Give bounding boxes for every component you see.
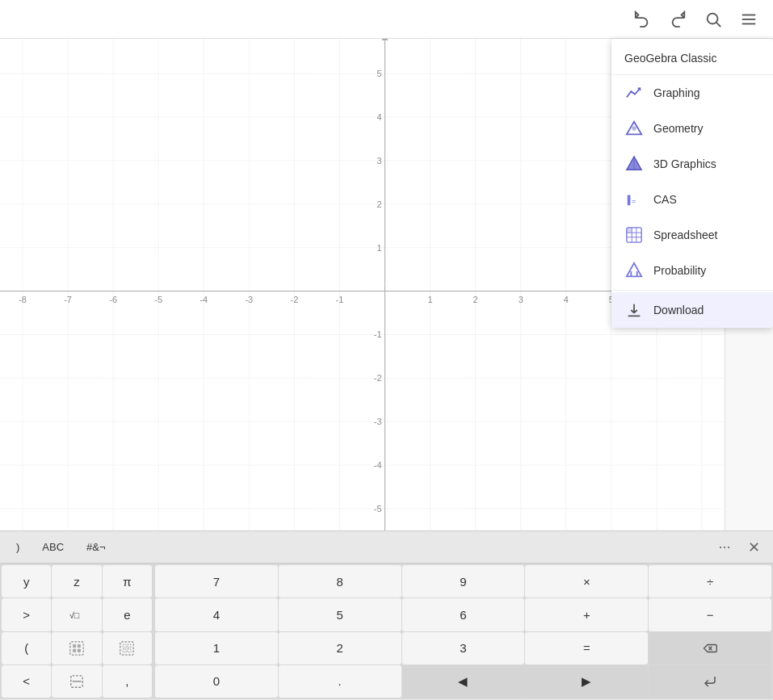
key-3[interactable]: 3 [402, 632, 525, 664]
key-equals[interactable]: = [525, 632, 648, 664]
keyboard-tabs: ) ABC #&¬ ··· ✕ [0, 531, 773, 564]
svg-rect-23 [70, 641, 83, 654]
menu-item-spreadsheet[interactable]: Spreadsheet [611, 217, 773, 253]
key-dot[interactable]: . [279, 665, 401, 698]
svg-text:√□: √□ [69, 610, 80, 620]
geometry-icon [624, 119, 644, 138]
key-e[interactable]: e [103, 598, 152, 631]
keyboard-left-panel: y z π > √□ e ( [0, 564, 153, 699]
keyboard-keys: y z π > √□ e ( [0, 564, 773, 699]
spreadsheet-icon [624, 225, 644, 245]
svg-text:=: = [632, 198, 636, 205]
menu-item-graphing[interactable]: Graphing [611, 75, 773, 111]
key-gt[interactable]: > [2, 598, 51, 631]
key-sqrt[interactable]: √□ [52, 598, 101, 631]
dropdown-menu: GeoGebra Classic Graphing Geometry [611, 39, 773, 328]
key-right-arrow[interactable]: ▶ [525, 665, 648, 698]
svg-rect-24 [73, 644, 76, 648]
menu-button[interactable] [734, 5, 763, 34]
svg-rect-18 [627, 228, 632, 233]
svg-rect-32 [128, 648, 131, 652]
3d-graphics-icon [624, 154, 644, 174]
redo-button[interactable] [663, 5, 692, 34]
svg-rect-26 [73, 648, 76, 652]
keyboard-area: ) ABC #&¬ ··· ✕ y z π > √□ e ( [0, 530, 773, 700]
menu-item-probability[interactable]: Probability [611, 253, 773, 288]
svg-point-0 [708, 13, 718, 23]
key-lt[interactable]: < [2, 665, 51, 698]
key-8[interactable]: 8 [279, 565, 401, 597]
svg-line-1 [716, 23, 720, 27]
menu-item-3d-graphics[interactable]: 3D Graphics [611, 146, 773, 182]
cas-icon: = [624, 190, 644, 209]
key-comma[interactable]: , [103, 665, 152, 698]
key-paren-open[interactable]: ( [2, 632, 51, 664]
toolbar [0, 0, 773, 39]
keyboard-close-button[interactable]: ✕ [741, 534, 767, 560]
undo-button[interactable] [628, 5, 657, 34]
key-left-arrow[interactable]: ◀ [402, 665, 525, 698]
key-z[interactable]: z [52, 565, 101, 597]
svg-rect-30 [128, 644, 131, 648]
key-matrix1[interactable] [52, 632, 101, 664]
key-y[interactable]: y [2, 565, 51, 597]
keyboard-more-button[interactable]: ··· [712, 534, 737, 560]
key-plus[interactable]: + [525, 598, 648, 631]
tab-paren-close[interactable]: ) [6, 536, 29, 558]
key-pi[interactable]: π [103, 565, 152, 597]
keyboard-right-panel: 7 8 9 × ÷ 4 5 6 + − 1 2 3 = 0 . ◀ [153, 564, 773, 699]
key-matrix2[interactable] [103, 632, 152, 664]
svg-rect-29 [123, 644, 126, 648]
key-divide[interactable]: ÷ [649, 565, 771, 597]
key-minus[interactable]: − [649, 598, 771, 631]
svg-rect-28 [120, 641, 133, 654]
key-9[interactable]: 9 [402, 565, 525, 597]
svg-rect-27 [78, 648, 81, 652]
menu-item-download[interactable]: Download [611, 292, 773, 328]
graphing-icon [624, 83, 644, 103]
key-multiply[interactable]: × [525, 565, 648, 597]
dropdown-title: GeoGebra Classic [611, 39, 773, 75]
svg-marker-19 [627, 263, 641, 277]
divider [611, 290, 773, 291]
key-2[interactable]: 2 [279, 632, 401, 664]
svg-point-7 [632, 126, 636, 131]
key-fraction[interactable] [52, 665, 101, 698]
key-6[interactable]: 6 [402, 598, 525, 631]
search-button[interactable] [699, 5, 728, 34]
svg-rect-11 [628, 195, 631, 206]
download-icon [624, 300, 644, 320]
key-0[interactable]: 0 [155, 665, 278, 698]
probability-icon [624, 261, 644, 280]
key-1[interactable]: 1 [155, 632, 278, 664]
key-7[interactable]: 7 [155, 565, 278, 597]
menu-item-geometry[interactable]: Geometry [611, 111, 773, 146]
menu-item-cas[interactable]: = CAS [611, 182, 773, 217]
key-enter[interactable] [649, 665, 771, 698]
svg-rect-25 [78, 644, 81, 648]
key-5[interactable]: 5 [279, 598, 401, 631]
tab-abc[interactable]: ABC [32, 536, 74, 558]
key-backspace[interactable] [649, 632, 771, 664]
key-4[interactable]: 4 [155, 598, 278, 631]
tab-symbols[interactable]: #&¬ [77, 536, 116, 558]
svg-rect-31 [123, 648, 126, 652]
